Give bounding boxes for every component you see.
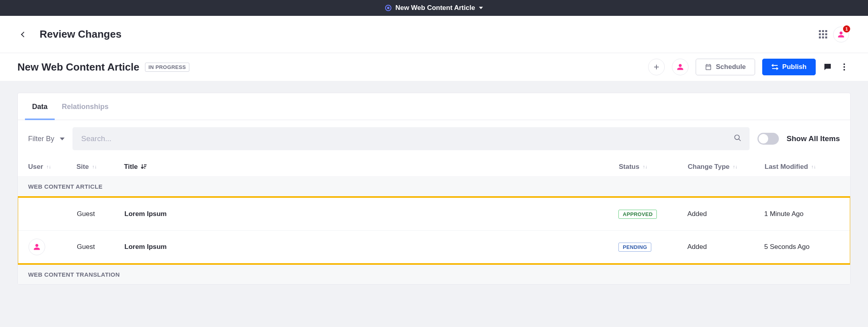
more-actions-button[interactable]	[839, 62, 849, 72]
back-button[interactable]	[19, 30, 29, 39]
article-title: New Web Content Article	[17, 61, 139, 73]
user-icon	[677, 63, 684, 71]
table-header-row: User ↑↓ Site ↑↓ Title Status ↑↓ Change T…	[18, 157, 850, 177]
cell-user	[29, 239, 63, 255]
cell-title: Lorem Ipsum	[124, 243, 605, 251]
sort-descending-icon	[141, 164, 147, 170]
svg-line-3	[738, 139, 740, 141]
cell-status: APPROVED	[618, 210, 674, 219]
sort-icon: ↑↓	[811, 166, 816, 168]
search-field-wrapper	[72, 127, 750, 150]
show-all-label: Show All Items	[787, 134, 840, 143]
status-badge: PENDING	[618, 243, 651, 252]
chevron-left-icon	[21, 31, 27, 37]
column-header-status[interactable]: Status ↑↓	[619, 163, 674, 171]
filter-by-dropdown[interactable]: Filter By	[28, 135, 65, 143]
sort-icon: ↑↓	[733, 166, 737, 168]
notification-badge: 1	[843, 25, 850, 33]
schedule-button[interactable]: Schedule	[696, 59, 755, 75]
status-chip: IN PROGRESS	[145, 63, 190, 72]
kebab-icon	[843, 63, 845, 71]
cell-last-modified: 1 Minute Ago	[764, 210, 839, 218]
cell-change-type: Added	[687, 243, 751, 251]
sort-icon: ↑↓	[92, 166, 97, 168]
cell-change-type: Added	[687, 210, 751, 218]
user-icon	[837, 31, 845, 38]
comments-button[interactable]	[823, 62, 832, 72]
user-icon	[33, 243, 40, 251]
page-header: Review Changes 1	[0, 16, 868, 53]
main-content: Data Relationships Filter By Show All It…	[0, 81, 868, 285]
column-header-change-type[interactable]: Change Type ↑↓	[688, 163, 751, 171]
add-button[interactable]: +	[648, 59, 665, 75]
column-header-last-modified[interactable]: Last Modified ↑↓	[765, 163, 840, 171]
cell-user	[29, 206, 63, 222]
publish-button[interactable]: Publish	[762, 59, 816, 75]
tab-bar: Data Relationships	[18, 93, 850, 120]
svg-point-2	[734, 135, 739, 140]
tab-data[interactable]: Data	[25, 93, 55, 120]
cell-title: Lorem Ipsum	[124, 210, 605, 218]
cell-status: PENDING	[618, 243, 674, 252]
caret-down-icon[interactable]	[479, 7, 483, 9]
cell-last-modified: 5 Seconds Ago	[764, 243, 839, 251]
avatar	[29, 239, 45, 255]
cell-site: Guest	[77, 243, 111, 251]
group-header: WEB CONTENT TRANSLATION	[18, 265, 850, 284]
search-icon[interactable]	[734, 134, 742, 143]
schedule-label: Schedule	[716, 63, 746, 71]
search-input[interactable]	[72, 127, 750, 150]
highlighted-rows: Guest Lorem Ipsum APPROVED Added 1 Minut…	[17, 196, 851, 265]
group-header: WEB CONTENT ARTICLE	[18, 177, 850, 196]
calendar-icon	[705, 63, 712, 71]
filter-by-label: Filter By	[28, 135, 54, 143]
table-row[interactable]: Guest Lorem Ipsum APPROVED Added 1 Minut…	[18, 198, 850, 230]
toolbar: Filter By Show All Items	[18, 120, 850, 157]
table-row[interactable]: Guest Lorem Ipsum PENDING Added 5 Second…	[18, 230, 850, 263]
show-all-toggle[interactable]	[757, 133, 779, 145]
user-menu-button[interactable]: 1	[833, 27, 849, 42]
column-header-user[interactable]: User ↑↓	[28, 163, 63, 171]
top-bar: New Web Content Article	[0, 0, 868, 16]
caret-down-icon	[60, 138, 65, 140]
target-icon	[385, 5, 391, 11]
data-panel: Data Relationships Filter By Show All It…	[17, 93, 851, 285]
sort-icon: ↑↓	[643, 166, 647, 168]
topbar-title[interactable]: New Web Content Article	[395, 4, 475, 12]
user-filter-button[interactable]	[672, 59, 689, 75]
sort-icon: ↑↓	[46, 166, 51, 168]
column-header-title[interactable]: Title	[124, 163, 605, 171]
swap-icon	[771, 64, 778, 70]
page-title: Review Changes	[40, 28, 122, 40]
apps-menu-button[interactable]	[819, 30, 828, 39]
column-header-site[interactable]: Site ↑↓	[76, 163, 111, 171]
cell-site: Guest	[77, 210, 111, 218]
publish-label: Publish	[782, 63, 807, 71]
sub-header: New Web Content Article IN PROGRESS + Sc…	[0, 53, 868, 81]
plus-icon: +	[654, 62, 659, 72]
tab-relationships[interactable]: Relationships	[55, 93, 116, 120]
status-badge: APPROVED	[618, 210, 657, 219]
